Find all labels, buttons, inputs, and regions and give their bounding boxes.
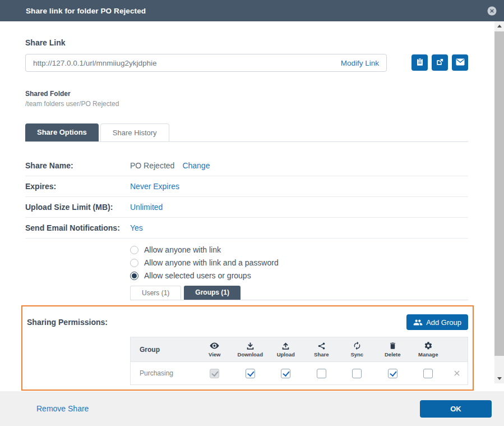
share-option-rows: Share Name: PO Rejected Change Expires: …: [25, 155, 468, 239]
column-manage: Manage: [410, 341, 446, 358]
eye-icon: [209, 341, 220, 350]
expires-label: Expires:: [25, 182, 130, 191]
remove-group-icon[interactable]: [446, 370, 468, 377]
tab-share-options[interactable]: Share Options: [25, 123, 99, 141]
radio-icon[interactable]: [130, 259, 138, 267]
group-column-header: Group: [131, 346, 197, 354]
trash-icon: [389, 341, 397, 350]
ok-button[interactable]: OK: [420, 400, 492, 418]
email-notifications-row: Send Email Notifications: Yes: [25, 218, 468, 239]
checkbox-share[interactable]: [317, 369, 326, 378]
upload-limit-row: Upload Size Limit (MB): Unlimited: [25, 197, 468, 218]
share-icon: [317, 342, 326, 350]
open-external-icon: [436, 58, 444, 68]
download-icon: [246, 342, 255, 350]
share-link-input[interactable]: http://127.0.0.1/url/mnmiiug2ykjdphie Mo…: [25, 54, 387, 72]
audience-tabs: Users (1) Groups (1): [130, 286, 468, 300]
share-link-url: http://127.0.0.1/url/mnmiiug2ykjdphie: [33, 59, 341, 67]
checkbox-delete[interactable]: [388, 369, 397, 378]
tab-share-history[interactable]: Share History: [100, 123, 169, 141]
radio-allow-anyone-label: Allow anyone with link: [144, 245, 221, 254]
radio-allow-anyone[interactable]: Allow anyone with link: [130, 245, 468, 254]
scrollbar-thumb[interactable]: [494, 31, 504, 356]
remove-share-link[interactable]: Remove Share: [36, 404, 89, 413]
link-actions: [411, 54, 468, 72]
expires-row: Expires: Never Expires: [25, 176, 468, 197]
sync-icon: [353, 341, 362, 350]
modify-link-button[interactable]: Modify Link: [341, 59, 379, 67]
radio-allow-anyone-password-label: Allow anyone with link and a password: [144, 258, 279, 267]
email-notifications-value[interactable]: Yes: [130, 223, 143, 232]
radio-icon[interactable]: [130, 246, 138, 254]
column-delete: Delete: [375, 341, 411, 358]
radio-allow-selected-label: Allow selected users or groups: [144, 271, 251, 280]
checkbox-sync[interactable]: [352, 369, 362, 378]
checkbox-view: [210, 369, 219, 378]
column-download: Download: [233, 342, 269, 358]
radio-icon[interactable]: [130, 272, 138, 280]
upload-limit-value[interactable]: Unlimited: [130, 203, 163, 212]
share-dialog: Share link for folder PO Rejected Share …: [0, 0, 504, 391]
sharing-permissions-label: Sharing Permissions:: [27, 318, 108, 327]
email-notifications-label: Send Email Notifications:: [25, 223, 130, 232]
group-icon: [413, 319, 423, 326]
access-radio-group: Allow anyone with link Allow anyone with…: [130, 245, 468, 280]
permission-row-purchasing: Purchasing: [131, 362, 468, 384]
checkbox-manage[interactable]: [423, 369, 433, 378]
column-view: View: [197, 341, 233, 358]
dialog-body: Share Link http://127.0.0.1/url/mnmiiug2…: [0, 21, 504, 391]
dialog-footer: Remove Share OK: [0, 391, 504, 426]
email-icon: [456, 58, 465, 67]
close-icon[interactable]: [487, 6, 497, 16]
shared-folder-block: Shared Folder /team folders user/PO Reje…: [25, 90, 468, 108]
permissions-header: Sharing Permissions: Add Group: [27, 314, 468, 330]
group-name: Purchasing: [131, 369, 197, 377]
clipboard-icon: [416, 58, 424, 68]
expires-value[interactable]: Never Expires: [130, 182, 179, 191]
share-link-row: http://127.0.0.1/url/mnmiiug2ykjdphie Mo…: [25, 54, 468, 72]
sharing-permissions-section: Sharing Permissions: Add Group Group: [21, 305, 474, 391]
column-upload: Upload: [268, 342, 304, 358]
main-tabs: Share Options Share History: [25, 123, 468, 142]
change-share-name-link[interactable]: Change: [182, 161, 210, 170]
checkbox-download[interactable]: [246, 369, 255, 378]
share-name-row: Share Name: PO Rejected Change: [25, 155, 468, 176]
share-link-label: Share Link: [25, 38, 468, 47]
dialog-header: Share link for folder PO Rejected: [0, 0, 504, 21]
open-link-button[interactable]: [432, 54, 448, 71]
tab-groups[interactable]: Groups (1): [184, 286, 241, 300]
column-share: Share: [304, 342, 340, 358]
upload-limit-label: Upload Size Limit (MB):: [25, 203, 130, 212]
copy-link-button[interactable]: [411, 54, 428, 71]
radio-allow-anyone-password[interactable]: Allow anyone with link and a password: [130, 258, 468, 267]
share-name-label: Share Name:: [25, 161, 130, 170]
permissions-table-header: Group View Download: [131, 337, 468, 362]
vertical-scrollbar[interactable]: [494, 21, 504, 383]
permissions-table: Group View Download: [130, 337, 468, 385]
gear-icon: [424, 341, 433, 350]
scroll-down-button[interactable]: [494, 374, 504, 383]
dialog-title: Share link for folder PO Rejected: [26, 7, 146, 15]
upload-icon: [281, 342, 290, 350]
checkbox-upload[interactable]: [281, 369, 290, 378]
scroll-up-button[interactable]: [494, 21, 504, 31]
share-name-value: PO Rejected: [130, 161, 174, 170]
shared-folder-path: /team folders user/PO Rejected: [25, 100, 468, 108]
tab-users[interactable]: Users (1): [130, 286, 181, 300]
shared-folder-label: Shared Folder: [25, 90, 468, 98]
column-sync: Sync: [339, 341, 375, 358]
add-group-label: Add Group: [426, 318, 461, 327]
add-group-button[interactable]: Add Group: [406, 314, 468, 330]
email-link-button[interactable]: [452, 54, 468, 71]
radio-allow-selected[interactable]: Allow selected users or groups: [130, 271, 468, 280]
